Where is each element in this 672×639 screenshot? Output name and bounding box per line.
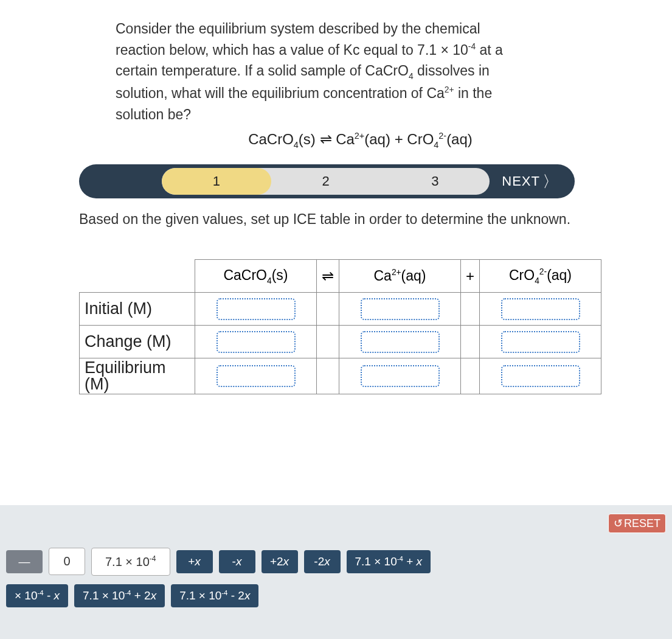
drop-change-3[interactable] <box>501 331 580 353</box>
tile-k-plus-x[interactable]: 7.1 × 10-4 + x <box>347 550 431 573</box>
drop-eq-2[interactable] <box>361 365 440 387</box>
step-3[interactable]: 3 <box>381 168 490 195</box>
reset-label: RESET <box>624 517 660 530</box>
ice-arrow: ⇌ <box>317 260 339 293</box>
step-2[interactable]: 2 <box>271 168 381 195</box>
drop-initial-2[interactable] <box>361 298 440 320</box>
tile-minus-x[interactable]: -x <box>219 550 255 573</box>
drop-initial-3[interactable] <box>501 298 580 320</box>
step-instruction: Based on the given values, set up ICE ta… <box>79 209 611 229</box>
next-button[interactable]: NEXT 〉 <box>496 173 571 189</box>
undo-icon: ↺ <box>614 517 623 530</box>
answer-tile-panel: ↺RESET — 0 7.1 × 10-4 +x -x +2x -2x 7.1 … <box>0 505 672 639</box>
tile-zero[interactable]: 0 <box>49 548 85 575</box>
chevron-right-icon: 〉 <box>542 173 559 189</box>
next-label: NEXT <box>502 173 540 189</box>
step-1[interactable]: 1 <box>162 168 271 195</box>
tile-plus-2x[interactable]: +2x <box>262 550 298 573</box>
drop-change-1[interactable] <box>216 331 296 353</box>
drop-eq-1[interactable] <box>216 365 296 387</box>
ice-table: CaCrO4(s) ⇌ Ca2+(aq) + CrO42-(aq) Initia… <box>79 259 601 394</box>
ice-plus: + <box>461 260 480 293</box>
question-text: Consider the equilibrium system describe… <box>116 18 505 125</box>
row-initial-label: Initial (M) <box>80 293 195 326</box>
ice-col-ca: Ca2+(aq) <box>339 260 461 293</box>
row-equilibrium-label: Equilibrium (M) <box>80 358 195 394</box>
step-bar: 1 2 3 NEXT 〉 <box>79 164 575 198</box>
row-change-label: Change (M) <box>80 326 195 358</box>
tile-dash: — <box>6 550 43 573</box>
ice-col-reactant: CaCrO4(s) <box>195 260 317 293</box>
ice-col-cro4: CrO42-(aq) <box>480 260 601 293</box>
reset-button[interactable]: ↺RESET <box>608 514 666 533</box>
drop-initial-1[interactable] <box>216 298 296 320</box>
tile-k[interactable]: 7.1 × 10-4 <box>91 548 170 576</box>
chemical-equation: CaCrO4(s) ⇌ Ca2+(aq) + CrO42-(aq) <box>109 131 611 150</box>
tile-minus-2x[interactable]: -2x <box>304 550 341 573</box>
tile-k-minus-2x[interactable]: 7.1 × 10-4 - 2x <box>171 584 258 607</box>
tile-plus-x[interactable]: +x <box>176 550 213 573</box>
tile-k-plus-2x[interactable]: 7.1 × 10-4 + 2x <box>74 584 165 607</box>
drop-change-2[interactable] <box>361 331 440 353</box>
tile-k-minus-x[interactable]: × 10-4 - x <box>6 584 68 607</box>
drop-eq-3[interactable] <box>501 365 580 387</box>
